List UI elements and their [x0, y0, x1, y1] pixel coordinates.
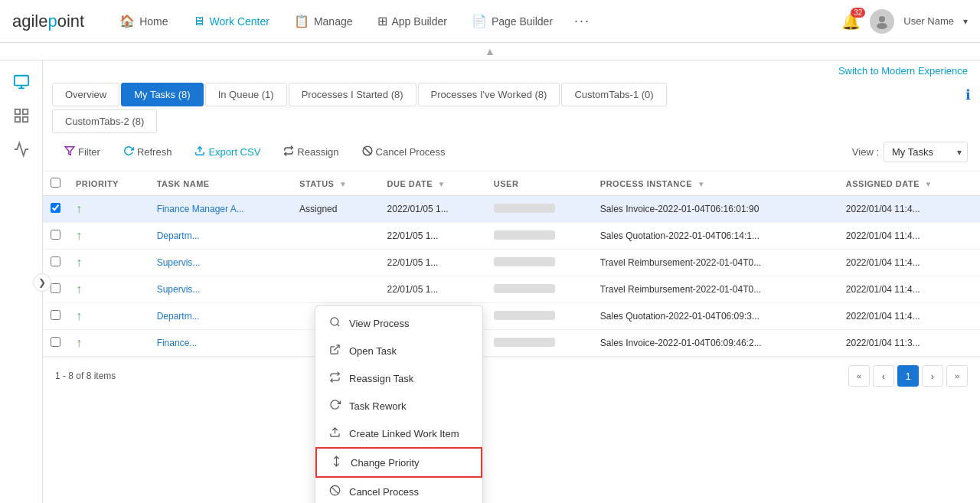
status-sort-icon[interactable]: ▼ — [339, 180, 347, 188]
export-csv-button[interactable]: Export CSV — [185, 141, 270, 163]
task-name-link[interactable]: Departm... — [157, 230, 200, 241]
main-layout: ❯ Switch to Modern Experience Overview M… — [0, 60, 980, 503]
task-name-link[interactable]: Finance... — [157, 338, 198, 348]
row-user — [486, 276, 593, 303]
table-row: ↑ Finance Manager A... Assigned 2022/01/… — [43, 196, 980, 223]
notification-button[interactable]: 🔔 32 — [841, 12, 861, 31]
svg-rect-7 — [15, 117, 19, 122]
table-row: ↑ Finance... 22/01/05 1... Sales Invoice… — [43, 330, 980, 357]
pagination-page-1[interactable]: 1 — [897, 365, 919, 387]
collapse-arrow-icon: ▲ — [485, 45, 495, 57]
nav-manage[interactable]: 📋 Manage — [283, 8, 364, 34]
svg-line-14 — [337, 324, 339, 326]
nav-items: 🏠 Home 🖥 Work Center 📋 Manage ⊞ App Buil… — [109, 7, 841, 35]
appbuilder-icon: ⊞ — [377, 14, 387, 28]
view-select[interactable]: My Tasks All Tasks — [884, 142, 968, 162]
filter-button[interactable]: Filter — [55, 141, 109, 163]
assigneddate-sort-icon[interactable]: ▼ — [925, 180, 933, 188]
task-name-link[interactable]: Supervis... — [157, 284, 201, 295]
tab-customtabs2[interactable]: CustomTabs-2 (8) — [52, 109, 157, 133]
workcenter-icon: 🖥 — [193, 15, 205, 28]
app-logo[interactable]: agilepoint — [12, 11, 84, 31]
reassign-button[interactable]: Reassign — [274, 141, 348, 163]
sidebar-icon-chart[interactable] — [6, 134, 37, 165]
row-assigneddate: 2022/01/04 11:4... — [838, 223, 980, 250]
row-priority: ↑ — [68, 303, 149, 330]
task-name-link[interactable]: Finance Manager A... — [157, 204, 244, 214]
tab-processesstarted[interactable]: Processes I Started (8) — [289, 83, 416, 106]
menu-item-cancel-process[interactable]: Cancel Process — [315, 478, 482, 503]
refresh-button[interactable]: Refresh — [114, 141, 181, 163]
tab-customtabs1[interactable]: CustomTabs-1 (0) — [561, 83, 666, 106]
cancel-process-button[interactable]: Cancel Process — [353, 141, 455, 163]
sidebar-icon-monitor[interactable] — [6, 67, 37, 97]
row-taskname: Finance... — [149, 330, 292, 357]
export-icon — [194, 145, 205, 158]
nav-appbuilder[interactable]: ⊞ App Builder — [367, 8, 458, 34]
row-user — [486, 223, 593, 250]
processinstance-sort-icon[interactable]: ▼ — [697, 180, 705, 188]
nav-home[interactable]: 🏠 Home — [109, 8, 178, 34]
menu-label-open-task: Open Task — [349, 345, 397, 357]
duedate-col-label: DUE DATE — [387, 179, 433, 188]
task-name-link[interactable]: Supervis... — [157, 257, 201, 268]
sidebar-icon-grid[interactable] — [6, 100, 37, 131]
menu-item-reassign-task[interactable]: Reassign Task — [315, 364, 482, 392]
tabs-info-icon[interactable]: ℹ — [965, 87, 971, 103]
row-priority: ↑ — [68, 196, 149, 223]
svg-marker-9 — [65, 147, 74, 155]
row-checkbox[interactable] — [51, 283, 60, 293]
user-blurred — [494, 257, 555, 266]
select-all-checkbox[interactable] — [51, 178, 60, 188]
pagination-prev[interactable]: ‹ — [873, 365, 894, 387]
row-processinstance: Travel Reimbursement-2022-01-04T0... — [593, 250, 838, 276]
row-taskname: Supervis... — [149, 276, 292, 303]
priority-up-icon: ↑ — [76, 309, 82, 322]
duedate-sort-icon[interactable]: ▼ — [438, 180, 446, 188]
user-blurred — [494, 311, 555, 320]
row-checkbox-cell — [43, 223, 68, 250]
refresh-label: Refresh — [137, 146, 172, 158]
pagination-next[interactable]: › — [922, 365, 943, 387]
menu-item-open-task[interactable]: Open Task — [315, 337, 482, 364]
task-table: PRIORITY TASK NAME STATUS ▼ DUE DATE ▼ — [43, 171, 980, 357]
tabs-row: Overview My Tasks (8) In Queue (1) Proce… — [43, 77, 980, 106]
row-taskname: Finance Manager A... — [149, 196, 292, 223]
row-checkbox[interactable] — [51, 230, 60, 240]
col-header-processinstance: PROCESS INSTANCE ▼ — [593, 171, 838, 196]
collapse-bar[interactable]: ▲ — [0, 43, 980, 60]
row-processinstance: Sales Invoice-2022-01-04T06:16:01:90 — [593, 196, 838, 223]
nav-more-button[interactable]: ··· — [567, 7, 598, 35]
tab-processesworked[interactable]: Processes I've Worked (8) — [418, 83, 560, 106]
row-duedate: 22/01/05 1... — [380, 250, 486, 276]
menu-item-change-priority[interactable]: Change Priority — [315, 447, 482, 478]
export-label: Export CSV — [208, 146, 260, 158]
tab-mytasks[interactable]: My Tasks (8) — [121, 83, 203, 106]
reassign-icon — [283, 145, 294, 158]
nav-pagebuilder[interactable]: 📄 Page Builder — [461, 8, 564, 34]
menu-item-task-rework[interactable]: Task Rework — [315, 392, 482, 420]
menu-item-create-linked[interactable]: Create Linked Work Item — [315, 420, 482, 447]
row-priority: ↑ — [68, 276, 149, 303]
pagination: 1 - 8 of 8 items « ‹ 1 › » — [43, 357, 980, 394]
sidebar-expand-button[interactable]: ❯ — [33, 273, 51, 292]
user-menu-chevron[interactable]: ▾ — [963, 16, 968, 27]
row-checkbox-cell — [43, 250, 68, 276]
pagination-last[interactable]: » — [946, 365, 968, 387]
row-checkbox[interactable] — [51, 256, 60, 266]
row-checkbox[interactable] — [51, 337, 60, 347]
user-col-label: USER — [494, 179, 519, 188]
nav-right-section: 🔔 32 User Name ▾ — [841, 9, 968, 34]
tab-overview[interactable]: Overview — [52, 83, 119, 106]
pagination-first[interactable]: « — [848, 365, 870, 387]
task-name-link[interactable]: Departm... — [157, 311, 200, 322]
svg-rect-5 — [15, 109, 19, 114]
tab-inqueue[interactable]: In Queue (1) — [205, 83, 287, 106]
nav-manage-label: Manage — [314, 15, 353, 28]
row-checkbox[interactable] — [51, 203, 60, 213]
nav-workcenter[interactable]: 🖥 Work Center — [182, 8, 280, 34]
row-priority: ↑ — [68, 250, 149, 276]
row-checkbox[interactable] — [51, 310, 60, 320]
menu-item-view-process[interactable]: View Process — [315, 309, 482, 337]
modern-experience-link[interactable]: Switch to Modern Experience — [838, 65, 968, 77]
